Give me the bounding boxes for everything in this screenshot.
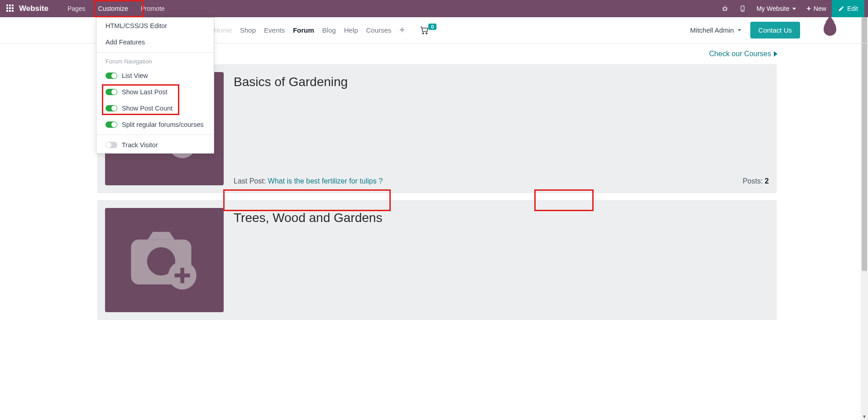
dd-toggle-label: Show Post Count: [122, 105, 173, 112]
toggle-icon: [106, 72, 117, 79]
new-button[interactable]: + New: [801, 5, 832, 13]
last-post-label: Last Post:: [234, 177, 268, 185]
check-courses-link[interactable]: Check our Courses: [709, 50, 777, 58]
user-name: Mitchell Admin: [690, 26, 734, 34]
dd-toggle-label: Track Visitor: [122, 141, 158, 149]
cart-icon: [419, 26, 429, 35]
dd-html-editor[interactable]: HTML/CSS/JS Editor: [96, 18, 214, 34]
dd-toggle-list-view[interactable]: List View: [96, 68, 214, 84]
nav-home[interactable]: Home: [214, 26, 232, 34]
toggle-icon: [106, 121, 117, 128]
my-website-dropdown[interactable]: My Website: [751, 5, 801, 12]
svg-point-3: [422, 33, 424, 34]
topbar: Website Pages Customize Promote My Websi…: [0, 0, 868, 17]
cart-button[interactable]: 0: [419, 26, 436, 35]
user-menu[interactable]: Mitchell Admin: [690, 26, 741, 34]
svg-point-0: [723, 7, 726, 10]
pencil-icon: [838, 5, 844, 12]
posts-label: Posts:: [743, 177, 765, 185]
forum-card[interactable]: Trees, Wood and Gardens: [97, 200, 777, 320]
new-label: New: [814, 5, 826, 12]
caret-down-icon: [792, 8, 796, 10]
last-post-link[interactable]: What is the best fertilizer for tulips ?: [268, 177, 383, 185]
chevron-right-icon: [774, 51, 777, 57]
dd-add-features[interactable]: Add Features: [96, 34, 214, 50]
apps-icon[interactable]: [6, 5, 14, 13]
dd-toggle-label: Show Last Post: [122, 88, 168, 96]
svg-rect-14: [175, 274, 190, 278]
dd-html-editor-label: HTML/CSS/JS Editor: [106, 22, 167, 29]
last-post: Last Post: What is the best fertilizer f…: [234, 177, 383, 185]
dd-add-features-label: Add Features: [106, 39, 145, 46]
dd-section-header: Forum Navigation: [96, 54, 214, 68]
forum-title[interactable]: Trees, Wood and Gardens: [234, 211, 769, 225]
check-courses-label: Check our Courses: [709, 50, 771, 58]
toggle-icon: [106, 142, 117, 148]
dd-separator: [96, 135, 214, 135]
menu-promote[interactable]: Promote: [134, 0, 171, 17]
plus-icon: +: [807, 5, 811, 13]
add-page-icon[interactable]: +: [399, 25, 405, 35]
dd-toggle-split-forums[interactable]: Split regular forums/courses: [96, 116, 214, 133]
camera-plus-icon: [126, 226, 203, 294]
mobile-icon[interactable]: [734, 0, 751, 17]
svg-point-2: [742, 10, 743, 10]
nav-courses[interactable]: Courses: [366, 26, 391, 34]
forum-title[interactable]: Basics of Gardening: [234, 75, 769, 89]
forum-card-body: Trees, Wood and Gardens: [234, 208, 769, 312]
dd-toggle-label: Split regular forums/courses: [122, 121, 204, 128]
contact-us-button[interactable]: Contact Us: [750, 22, 800, 39]
posts-number: 2: [765, 177, 769, 185]
forum-card-footer: Last Post: What is the best fertilizer f…: [234, 177, 769, 185]
odoo-drop-icon: [824, 20, 836, 36]
my-website-label: My Website: [757, 5, 790, 12]
menu-customize[interactable]: Customize: [92, 0, 134, 17]
toggle-icon: [106, 89, 117, 95]
dd-toggle-track-visitor[interactable]: Track Visitor: [96, 137, 214, 153]
cart-badge: 0: [428, 24, 436, 30]
bug-icon[interactable]: [716, 0, 734, 17]
nav-forum[interactable]: Forum: [293, 26, 314, 34]
dd-toggle-label: List View: [122, 72, 148, 79]
dd-toggle-show-last-post[interactable]: Show Last Post: [96, 84, 214, 100]
toggle-icon: [106, 105, 117, 111]
dd-toggle-show-post-count[interactable]: Show Post Count: [96, 100, 214, 116]
forum-thumbnail: [105, 208, 224, 312]
site-nav-links: Home Shop Events Forum Blog Help Courses…: [214, 25, 405, 35]
nav-events[interactable]: Events: [264, 26, 285, 34]
dd-separator: [96, 52, 214, 53]
topbar-menu: Pages Customize Promote: [61, 0, 171, 17]
edit-label: Edit: [847, 5, 858, 12]
svg-point-4: [426, 33, 427, 34]
topbar-right: My Website + New Edit: [716, 0, 864, 17]
nav-shop[interactable]: Shop: [240, 26, 256, 34]
posts-count: Posts: 2: [743, 177, 769, 185]
forum-card-body: Basics of Gardening Last Post: What is t…: [234, 72, 769, 185]
menu-pages[interactable]: Pages: [61, 0, 92, 17]
caret-down-icon: [738, 29, 741, 31]
scrollbar-thumb[interactable]: [862, 17, 867, 271]
vertical-scrollbar[interactable]: ▲ ▼: [861, 0, 868, 345]
edit-button[interactable]: Edit: [832, 0, 864, 17]
nav-blog[interactable]: Blog: [322, 26, 336, 34]
brand[interactable]: Website: [19, 4, 48, 13]
customize-dropdown: HTML/CSS/JS Editor Add Features Forum Na…: [96, 17, 214, 154]
nav-help[interactable]: Help: [344, 26, 358, 34]
